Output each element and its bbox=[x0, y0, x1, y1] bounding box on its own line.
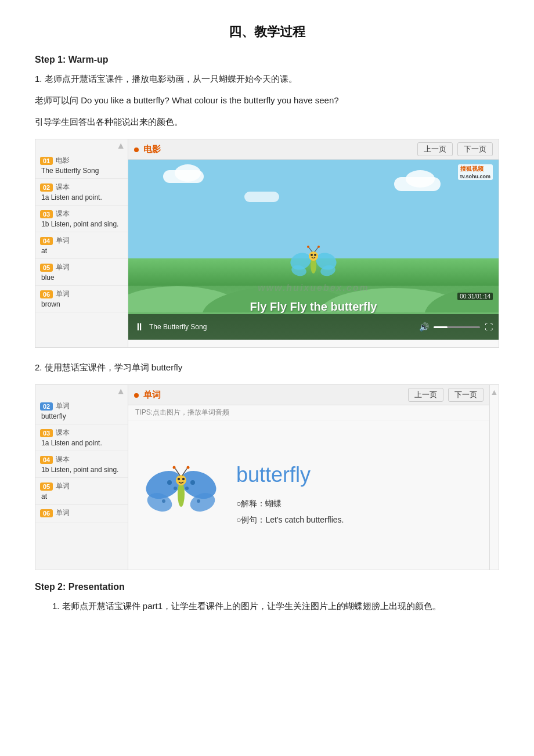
item2-num-05: 05 bbox=[40, 483, 53, 491]
progress-bar[interactable] bbox=[434, 326, 480, 328]
word-example: ○例句：Let's catch butterflies. bbox=[236, 512, 480, 528]
item2-label-05: at bbox=[40, 492, 123, 501]
svg-line-8 bbox=[309, 247, 312, 252]
svg-point-7 bbox=[314, 254, 316, 256]
svg-point-5 bbox=[309, 251, 318, 261]
sidebar2-item-05[interactable]: 05 单词 at bbox=[35, 478, 128, 505]
cloud-1b bbox=[175, 164, 201, 182]
step1-para4: 2. 使用慧话宝课件，学习单词 butterfly bbox=[35, 359, 499, 375]
sidebar2-item-03[interactable]: 03 课本 1a Listen and point. bbox=[35, 424, 128, 451]
sidebar-item-04[interactable]: 04 单词 at bbox=[35, 232, 128, 259]
active-dot-2 bbox=[134, 393, 139, 398]
item2-type-03: 课本 bbox=[56, 428, 70, 438]
svg-point-24 bbox=[162, 499, 165, 503]
sohu-logo-text: 搜狐视频 bbox=[460, 165, 484, 172]
sidebar-item-05[interactable]: 05 单词 blue bbox=[35, 259, 128, 286]
courseware-1-topbar: 电影 上一页 下一页 bbox=[128, 139, 499, 160]
item-num-02: 02 bbox=[40, 183, 53, 192]
step1-para2: 老师可以问 Do you like a butterfly? What colo… bbox=[35, 92, 499, 108]
step1-para3: 引导学生回答出各种能说出来的颜色。 bbox=[35, 114, 499, 129]
video-timer: 00:31/01:14 bbox=[457, 293, 493, 300]
topbar2-label: 单词 bbox=[143, 390, 161, 399]
step2-para1: 1. 老师点开慧话宝课件 part1，让学生看课件上的图片，让学生关注图片上的蝴… bbox=[35, 598, 499, 615]
courseware-1-content: 搜狐视频 tv.sohu.com bbox=[128, 160, 499, 347]
svg-point-22 bbox=[190, 480, 195, 485]
item2-num-03: 03 bbox=[40, 429, 53, 437]
play-pause-icon[interactable]: ⏸ bbox=[134, 321, 145, 333]
word-explanation: ○解释：蝴蝶 bbox=[236, 495, 480, 512]
video-title: The Butterfly Song bbox=[149, 323, 414, 331]
item2-label-04: 1b Listen, point and sing. bbox=[40, 466, 123, 474]
tips-bar: TIPS:点击图片，播放单词音频 bbox=[128, 405, 489, 420]
video-controls: ⏸ The Butterfly Song 🔊 ⛶ bbox=[128, 314, 499, 340]
sidebar2-item-04[interactable]: 04 课本 1b Listen, point and sing. bbox=[35, 451, 128, 478]
item2-type-05: 单词 bbox=[56, 481, 70, 491]
prev-page-button[interactable]: 上一页 bbox=[417, 142, 453, 156]
active-dot bbox=[134, 147, 139, 152]
courseware-1-sidebar: ▲ 01 电影 The Butterfly Song 02 课本 1a List… bbox=[35, 139, 128, 347]
item-num-05: 05 bbox=[40, 264, 53, 272]
svg-point-11 bbox=[317, 246, 320, 248]
video-subtitle: Fly Fly Fly the butterfly bbox=[250, 300, 377, 314]
cloud-2b bbox=[406, 170, 435, 188]
svg-line-10 bbox=[315, 247, 318, 252]
item-label-03: 1b Listen, point and sing. bbox=[40, 220, 123, 228]
butterfly-word: butterfly bbox=[236, 463, 480, 487]
courseware-2-main: 单词 上一页 下一页 TIPS:点击图片，播放单词音频 bbox=[128, 385, 489, 570]
item-num-06: 06 bbox=[40, 290, 53, 298]
step1-title: Step 1: Warm-up bbox=[35, 55, 499, 65]
sidebar-scroll-up-icon[interactable]: ▲ bbox=[116, 141, 125, 151]
butterfly-word-section: butterfly ○解释：蝴蝶 ○例句：Let's catch butterf… bbox=[236, 463, 480, 528]
prev-page-button-2[interactable]: 上一页 bbox=[408, 388, 443, 402]
fullscreen-icon[interactable]: ⛶ bbox=[485, 322, 493, 332]
svg-point-31 bbox=[173, 466, 176, 469]
step2-title: Step 2: Presentation bbox=[35, 582, 499, 592]
item-type-04: 单词 bbox=[56, 236, 70, 246]
butterfly-word-svg bbox=[143, 460, 219, 530]
sidebar-item-03[interactable]: 03 课本 1b Listen, point and sing. bbox=[35, 206, 128, 232]
sohu-logo-sub: tv.sohu.com bbox=[460, 174, 490, 179]
svg-point-20 bbox=[167, 480, 172, 485]
item2-label-02: butterfly bbox=[40, 412, 123, 420]
scrollbar[interactable]: ▲ bbox=[489, 385, 499, 570]
item-type-03: 课本 bbox=[56, 209, 70, 219]
courseware-2-topbar: 单词 上一页 下一页 bbox=[128, 385, 489, 405]
courseware-1-main: 电影 上一页 下一页 搜狐视频 tv.sohu.com bbox=[128, 139, 499, 347]
courseware-2-topbar-title: 单词 bbox=[134, 390, 403, 401]
topbar-label: 电影 bbox=[143, 144, 161, 154]
next-page-button-2[interactable]: 下一页 bbox=[448, 388, 484, 402]
svg-point-27 bbox=[176, 475, 186, 485]
item-label-04: at bbox=[40, 247, 123, 255]
video-area[interactable]: 搜狐视频 tv.sohu.com bbox=[128, 160, 499, 340]
watermark: www.huixuebex.com bbox=[128, 283, 499, 293]
item-label-01: The Butterfly Song bbox=[40, 167, 123, 175]
sidebar-item-01[interactable]: 01 电影 The Butterfly Song bbox=[35, 152, 128, 179]
svg-point-23 bbox=[185, 487, 189, 490]
scroll-up-icon[interactable]: ▲ bbox=[490, 387, 499, 397]
next-page-button[interactable]: 下一页 bbox=[457, 142, 493, 156]
courseware-1: ▲ 01 电影 The Butterfly Song 02 课本 1a List… bbox=[35, 139, 499, 348]
sidebar2-item-06[interactable]: 06 单词 bbox=[35, 505, 128, 523]
page-title: 四、教学过程 bbox=[35, 23, 499, 41]
item-type-01: 电影 bbox=[56, 156, 70, 165]
sidebar-item-06[interactable]: 06 单词 brown bbox=[35, 286, 128, 312]
butterfly-image[interactable] bbox=[138, 460, 225, 530]
progress-fill bbox=[434, 326, 448, 328]
item-label-06: brown bbox=[40, 300, 123, 308]
sidebar2-scroll-up-icon[interactable]: ▲ bbox=[116, 386, 125, 397]
item2-num-02: 02 bbox=[40, 402, 53, 411]
svg-point-6 bbox=[311, 254, 313, 256]
svg-point-29 bbox=[182, 477, 185, 480]
item-label-05: blue bbox=[40, 273, 123, 282]
item-type-02: 课本 bbox=[56, 182, 70, 192]
courseware-2-sidebar: ▲ 02 单词 butterfly 03 课本 1a Listen and po… bbox=[35, 385, 128, 570]
item-num-04: 04 bbox=[40, 237, 53, 245]
item2-type-04: 课本 bbox=[56, 455, 70, 465]
sidebar-item-02[interactable]: 02 课本 1a Listen and point. bbox=[35, 179, 128, 206]
item2-num-06: 06 bbox=[40, 509, 53, 517]
volume-icon[interactable]: 🔊 bbox=[419, 322, 429, 332]
sidebar2-item-02[interactable]: 02 单词 butterfly bbox=[35, 398, 128, 424]
item-num-01: 01 bbox=[40, 157, 53, 165]
sohu-logo: 搜狐视频 tv.sohu.com bbox=[458, 164, 493, 180]
item-num-03: 03 bbox=[40, 210, 53, 218]
